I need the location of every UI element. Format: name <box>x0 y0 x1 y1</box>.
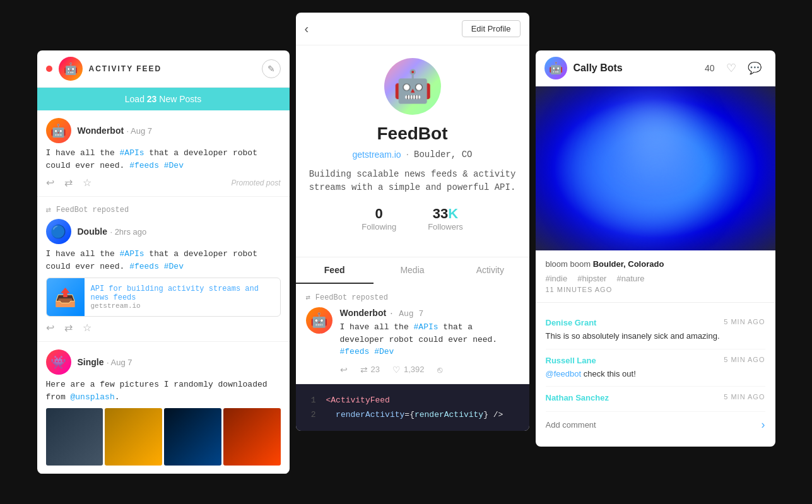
post-time: 11 MINUTES AGO <box>546 286 765 293</box>
followers-label: Followers <box>428 222 463 231</box>
edit-icon[interactable]: ✎ <box>262 59 281 78</box>
feed-item: 👾 Single · Aug 7 Here are a few pictures… <box>37 342 290 474</box>
back-button[interactable]: ‹ <box>305 21 309 36</box>
card-count: 40 <box>705 63 715 73</box>
comment: Russell Lane 5 MIN AGO @feedbot check th… <box>546 349 765 387</box>
hashtag: #Dev <box>164 161 184 170</box>
card-header: 🤖 Cally Bots 40 ♡ 💬 <box>536 50 775 86</box>
photo-thumbnail[interactable] <box>46 408 103 466</box>
comment-input[interactable] <box>546 420 756 430</box>
profile-stats: 0 Following 33K Followers <box>309 206 517 231</box>
feed-item-header: 👾 Single · Aug 7 <box>46 349 281 375</box>
hashtag: #APIs <box>120 249 144 259</box>
avatar: 🤖 <box>46 118 71 143</box>
feed-item: ⇄ FeedBot reposted 🔵 Double · 2hrs ago I… <box>37 197 290 342</box>
like-button[interactable]: ☆ <box>83 322 91 334</box>
comment-time: 5 MIN AGO <box>724 356 765 365</box>
reply-button[interactable]: ↩ <box>46 322 54 334</box>
share-button[interactable]: ⎋ <box>437 365 442 375</box>
photo-grid <box>46 408 281 466</box>
photo-thumbnail[interactable] <box>164 408 221 466</box>
profile-avatar: 🤖 <box>384 58 441 115</box>
avatar: 🤖 <box>306 307 332 334</box>
smoke-decoration <box>624 99 687 162</box>
location-line: bloom boom Boulder, Colorado <box>546 259 765 269</box>
profile-location: Boulder, CO <box>414 149 472 160</box>
commenter-name[interactable]: Russell Lane <box>546 356 596 365</box>
tab-media[interactable]: Media <box>374 257 451 284</box>
photo-thumbnail[interactable] <box>105 408 162 466</box>
avatar: 🔵 <box>46 219 71 244</box>
profile-link[interactable]: getstream.io <box>353 149 401 160</box>
social-card-panel: 🤖 Cally Bots 40 ♡ 💬 bloom boom Boulder, … <box>536 50 775 447</box>
divider <box>536 302 775 303</box>
post-text: I have all the #APIs that a developer ro… <box>46 248 281 273</box>
username: Single <box>78 357 104 367</box>
post-actions: ↩ ⇄ ☆ <box>46 322 281 334</box>
repost-button[interactable]: ⇄ <box>64 322 73 334</box>
card-avatar: 🤖 <box>544 57 567 79</box>
feed-header: 🤖 ACTIVITY FEED ✎ <box>37 50 290 88</box>
repost-banner: ⇄ FeedBot reposted <box>306 293 519 302</box>
hashtag: #Dev <box>164 262 184 271</box>
status-dot <box>46 66 52 72</box>
repost-icon: ⇄ <box>306 293 310 302</box>
comment-icon[interactable]: 💬 <box>748 61 762 75</box>
reply-button[interactable]: ↩ <box>340 365 348 375</box>
post-actions: ↩ ⇄ 23 ♡ 1,392 ⎋ <box>340 365 519 375</box>
link-card[interactable]: 📤 API for building activity streams and … <box>46 278 281 317</box>
add-comment-bar: › <box>546 412 765 438</box>
separator: · <box>406 149 409 160</box>
feed-item-header: 🤖 Wonderbot · Aug 7 <box>46 118 281 143</box>
avatar: 👾 <box>46 349 71 375</box>
repost-button[interactable]: ⇄ <box>64 177 73 189</box>
feed-item-header: 🔵 Double · 2hrs ago <box>46 219 281 244</box>
like-button[interactable]: ☆ <box>83 177 91 189</box>
comment-text: This is so absolutely insanely sick and … <box>546 330 765 343</box>
activity-feed-panel: 🤖 ACTIVITY FEED ✎ Load 23 New Posts 🤖 Wo… <box>37 50 290 474</box>
hashtag: #feeds <box>340 347 370 356</box>
username: Double <box>78 226 107 237</box>
commenter-name[interactable]: Denise Grant <box>546 318 597 327</box>
edit-profile-button[interactable]: Edit Profile <box>462 20 521 37</box>
photo-thumbnail[interactable] <box>223 408 281 466</box>
repost-button[interactable]: ⇄ 23 <box>360 365 380 375</box>
post-time: · Aug 7 <box>127 126 152 136</box>
send-comment-button[interactable]: › <box>762 418 765 431</box>
like-button[interactable]: ♡ 1,392 <box>392 365 425 375</box>
mention: @unsplash <box>71 392 115 402</box>
share-icon: ⎋ <box>437 365 442 375</box>
post-text: Here are a few pictures I randomly downl… <box>46 378 281 403</box>
repost-icon: ⇄ <box>46 204 51 215</box>
heart-icon: ♡ <box>392 365 401 375</box>
tag: #nature <box>616 274 644 283</box>
mention: @feedbot <box>546 369 582 378</box>
reply-button[interactable]: ↩ <box>46 177 54 189</box>
heart-icon[interactable]: ♡ <box>726 61 736 75</box>
link-card-url: getstream.io <box>91 302 274 310</box>
post-time: · Aug 7 <box>107 358 132 367</box>
load-new-posts-button[interactable]: Load 23 New Posts <box>37 88 290 110</box>
profile-feed-item: ⇄ FeedBot reposted 🤖 Wonderbot · Aug 7 I… <box>296 284 529 384</box>
comment: Nathan Sanchez 5 MIN AGO <box>546 387 765 412</box>
link-card-title: API for building activity streams and ne… <box>91 284 274 302</box>
promoted-label: Promoted post <box>231 179 280 187</box>
username: Wonderbot <box>78 126 124 136</box>
tab-activity[interactable]: Activity <box>451 257 529 284</box>
profile-meta: getstream.io · Boulder, CO <box>309 149 517 160</box>
comment-time: 5 MIN AGO <box>724 318 765 327</box>
hashtag: #feeds <box>129 161 159 170</box>
tag: #hipster <box>577 274 606 283</box>
profile-panel: ‹ Edit Profile 🤖 FeedBot getstream.io · … <box>296 13 529 431</box>
comment: Denise Grant 5 MIN AGO This is so absolu… <box>546 312 765 349</box>
comment-text: @feedbot check this out! <box>546 368 765 380</box>
post-text: I have all the #APIs that a developer ro… <box>340 321 519 358</box>
post-time: · 2hrs ago <box>110 227 146 237</box>
commenter-name[interactable]: Nathan Sanchez <box>546 393 609 402</box>
like-count: 1,392 <box>404 365 425 374</box>
card-body: bloom boom Boulder, Colorado #indie #hip… <box>536 250 775 447</box>
card-username: Cally Bots <box>574 62 698 74</box>
feed-bot-avatar: 🤖 <box>59 57 83 81</box>
tab-feed[interactable]: Feed <box>296 257 374 284</box>
tag: #indie <box>546 274 568 283</box>
